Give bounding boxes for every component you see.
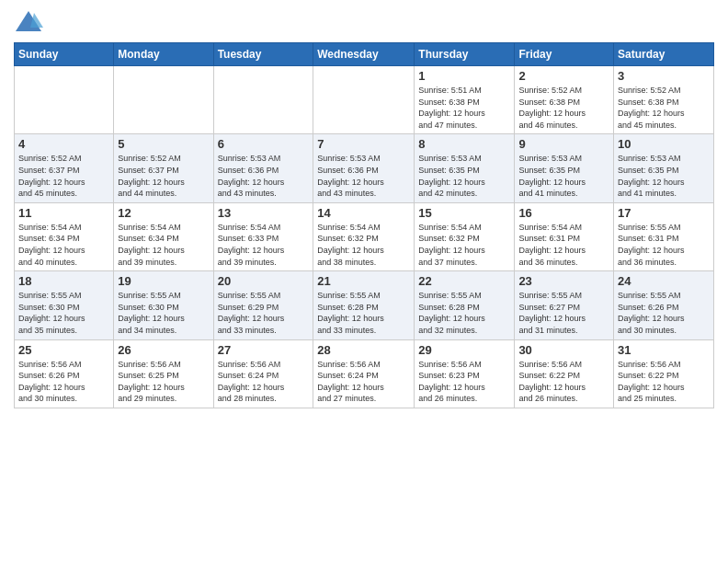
calendar-cell: 21Sunrise: 5:55 AM Sunset: 6:28 PM Dayli… xyxy=(313,271,415,339)
day-info: Sunrise: 5:54 AM Sunset: 6:31 PM Dayligh… xyxy=(518,222,609,268)
calendar-cell: 29Sunrise: 5:56 AM Sunset: 6:23 PM Dayli… xyxy=(415,339,515,408)
day-info: Sunrise: 5:55 AM Sunset: 6:29 PM Dayligh… xyxy=(218,290,310,336)
day-number: 3 xyxy=(618,69,710,83)
day-number: 19 xyxy=(118,274,209,288)
calendar-cell: 23Sunrise: 5:55 AM Sunset: 6:27 PM Dayli… xyxy=(515,271,614,339)
day-number: 13 xyxy=(218,206,310,220)
calendar-cell xyxy=(213,66,313,134)
calendar-week-2: 4Sunrise: 5:52 AM Sunset: 6:37 PM Daylig… xyxy=(15,134,714,202)
day-info: Sunrise: 5:53 AM Sunset: 6:35 PM Dayligh… xyxy=(518,153,609,199)
calendar-cell: 10Sunrise: 5:53 AM Sunset: 6:35 PM Dayli… xyxy=(614,134,714,202)
calendar-cell: 5Sunrise: 5:52 AM Sunset: 6:37 PM Daylig… xyxy=(114,134,213,202)
calendar-header: SundayMondayTuesdayWednesdayThursdayFrid… xyxy=(15,43,714,66)
calendar-body: 1Sunrise: 5:51 AM Sunset: 6:38 PM Daylig… xyxy=(15,66,714,408)
day-number: 31 xyxy=(618,343,710,357)
calendar-cell: 20Sunrise: 5:55 AM Sunset: 6:29 PM Dayli… xyxy=(213,271,313,339)
calendar-cell: 9Sunrise: 5:53 AM Sunset: 6:35 PM Daylig… xyxy=(515,134,614,202)
calendar-cell: 16Sunrise: 5:54 AM Sunset: 6:31 PM Dayli… xyxy=(515,202,614,270)
day-info: Sunrise: 5:55 AM Sunset: 6:31 PM Dayligh… xyxy=(618,222,710,268)
day-number: 27 xyxy=(218,343,310,357)
day-number: 28 xyxy=(317,343,410,357)
day-info: Sunrise: 5:56 AM Sunset: 6:23 PM Dayligh… xyxy=(418,359,510,405)
day-info: Sunrise: 5:55 AM Sunset: 6:27 PM Dayligh… xyxy=(518,290,609,336)
day-number: 11 xyxy=(18,206,109,220)
calendar-cell: 12Sunrise: 5:54 AM Sunset: 6:34 PM Dayli… xyxy=(114,202,213,270)
day-number: 18 xyxy=(18,274,109,288)
day-info: Sunrise: 5:52 AM Sunset: 6:37 PM Dayligh… xyxy=(118,153,209,199)
day-number: 22 xyxy=(418,274,510,288)
calendar-cell: 24Sunrise: 5:55 AM Sunset: 6:26 PM Dayli… xyxy=(614,271,714,339)
calendar-cell: 14Sunrise: 5:54 AM Sunset: 6:32 PM Dayli… xyxy=(313,202,415,270)
calendar-cell: 1Sunrise: 5:51 AM Sunset: 6:38 PM Daylig… xyxy=(415,66,515,134)
day-number: 5 xyxy=(118,137,209,151)
calendar-cell: 28Sunrise: 5:56 AM Sunset: 6:24 PM Dayli… xyxy=(313,339,415,408)
calendar-cell: 13Sunrise: 5:54 AM Sunset: 6:33 PM Dayli… xyxy=(213,202,313,270)
calendar-cell: 25Sunrise: 5:56 AM Sunset: 6:26 PM Dayli… xyxy=(15,339,114,408)
day-info: Sunrise: 5:51 AM Sunset: 6:38 PM Dayligh… xyxy=(418,85,510,131)
day-info: Sunrise: 5:52 AM Sunset: 6:37 PM Dayligh… xyxy=(18,153,109,199)
calendar-cell: 17Sunrise: 5:55 AM Sunset: 6:31 PM Dayli… xyxy=(614,202,714,270)
calendar-cell: 18Sunrise: 5:55 AM Sunset: 6:30 PM Dayli… xyxy=(15,271,114,339)
day-number: 4 xyxy=(18,137,109,151)
weekday-friday: Friday xyxy=(515,43,614,66)
calendar-cell: 27Sunrise: 5:56 AM Sunset: 6:24 PM Dayli… xyxy=(213,339,313,408)
calendar-cell: 2Sunrise: 5:52 AM Sunset: 6:38 PM Daylig… xyxy=(515,66,614,134)
day-info: Sunrise: 5:56 AM Sunset: 6:25 PM Dayligh… xyxy=(118,359,209,405)
day-info: Sunrise: 5:53 AM Sunset: 6:35 PM Dayligh… xyxy=(418,153,510,199)
day-number: 23 xyxy=(518,274,609,288)
weekday-sunday: Sunday xyxy=(15,43,114,66)
page-header xyxy=(14,9,714,35)
calendar-cell xyxy=(15,66,114,134)
calendar-cell: 6Sunrise: 5:53 AM Sunset: 6:36 PM Daylig… xyxy=(213,134,313,202)
day-number: 12 xyxy=(118,206,209,220)
day-number: 25 xyxy=(18,343,109,357)
weekday-header-row: SundayMondayTuesdayWednesdayThursdayFrid… xyxy=(15,43,714,66)
day-info: Sunrise: 5:55 AM Sunset: 6:28 PM Dayligh… xyxy=(317,290,410,336)
calendar-cell: 22Sunrise: 5:55 AM Sunset: 6:28 PM Dayli… xyxy=(415,271,515,339)
day-info: Sunrise: 5:55 AM Sunset: 6:30 PM Dayligh… xyxy=(118,290,209,336)
weekday-wednesday: Wednesday xyxy=(313,43,415,66)
day-info: Sunrise: 5:55 AM Sunset: 6:26 PM Dayligh… xyxy=(618,290,710,336)
calendar-cell: 26Sunrise: 5:56 AM Sunset: 6:25 PM Dayli… xyxy=(114,339,213,408)
day-number: 10 xyxy=(618,137,710,151)
day-info: Sunrise: 5:54 AM Sunset: 6:32 PM Dayligh… xyxy=(317,222,410,268)
calendar-week-4: 18Sunrise: 5:55 AM Sunset: 6:30 PM Dayli… xyxy=(15,271,714,339)
day-number: 21 xyxy=(317,274,410,288)
calendar-cell: 31Sunrise: 5:56 AM Sunset: 6:22 PM Dayli… xyxy=(614,339,714,408)
svg-marker-1 xyxy=(30,13,43,28)
calendar-cell: 8Sunrise: 5:53 AM Sunset: 6:35 PM Daylig… xyxy=(415,134,515,202)
day-info: Sunrise: 5:54 AM Sunset: 6:34 PM Dayligh… xyxy=(18,222,109,268)
calendar-cell xyxy=(313,66,415,134)
day-number: 14 xyxy=(317,206,410,220)
calendar-cell: 30Sunrise: 5:56 AM Sunset: 6:22 PM Dayli… xyxy=(515,339,614,408)
day-number: 26 xyxy=(118,343,209,357)
day-number: 15 xyxy=(418,206,510,220)
day-info: Sunrise: 5:52 AM Sunset: 6:38 PM Dayligh… xyxy=(518,85,609,131)
day-number: 24 xyxy=(618,274,710,288)
day-info: Sunrise: 5:54 AM Sunset: 6:32 PM Dayligh… xyxy=(418,222,510,268)
calendar-cell: 3Sunrise: 5:52 AM Sunset: 6:38 PM Daylig… xyxy=(614,66,714,134)
calendar-week-1: 1Sunrise: 5:51 AM Sunset: 6:38 PM Daylig… xyxy=(15,66,714,134)
calendar-cell: 19Sunrise: 5:55 AM Sunset: 6:30 PM Dayli… xyxy=(114,271,213,339)
day-number: 17 xyxy=(618,206,710,220)
day-info: Sunrise: 5:56 AM Sunset: 6:22 PM Dayligh… xyxy=(618,359,710,405)
calendar-week-5: 25Sunrise: 5:56 AM Sunset: 6:26 PM Dayli… xyxy=(15,339,714,408)
day-number: 8 xyxy=(418,137,510,151)
day-info: Sunrise: 5:56 AM Sunset: 6:24 PM Dayligh… xyxy=(317,359,410,405)
weekday-thursday: Thursday xyxy=(415,43,515,66)
day-number: 16 xyxy=(518,206,609,220)
calendar-cell: 11Sunrise: 5:54 AM Sunset: 6:34 PM Dayli… xyxy=(15,202,114,270)
weekday-tuesday: Tuesday xyxy=(213,43,313,66)
calendar-table: SundayMondayTuesdayWednesdayThursdayFrid… xyxy=(14,42,714,408)
day-number: 2 xyxy=(518,69,609,83)
day-number: 29 xyxy=(418,343,510,357)
weekday-monday: Monday xyxy=(114,43,213,66)
day-info: Sunrise: 5:54 AM Sunset: 6:34 PM Dayligh… xyxy=(118,222,209,268)
calendar-cell: 7Sunrise: 5:53 AM Sunset: 6:36 PM Daylig… xyxy=(313,134,415,202)
day-number: 6 xyxy=(218,137,310,151)
day-info: Sunrise: 5:52 AM Sunset: 6:38 PM Dayligh… xyxy=(618,85,710,131)
day-info: Sunrise: 5:56 AM Sunset: 6:22 PM Dayligh… xyxy=(518,359,609,405)
day-info: Sunrise: 5:55 AM Sunset: 6:30 PM Dayligh… xyxy=(18,290,109,336)
day-number: 7 xyxy=(317,137,410,151)
day-info: Sunrise: 5:56 AM Sunset: 6:26 PM Dayligh… xyxy=(18,359,109,405)
